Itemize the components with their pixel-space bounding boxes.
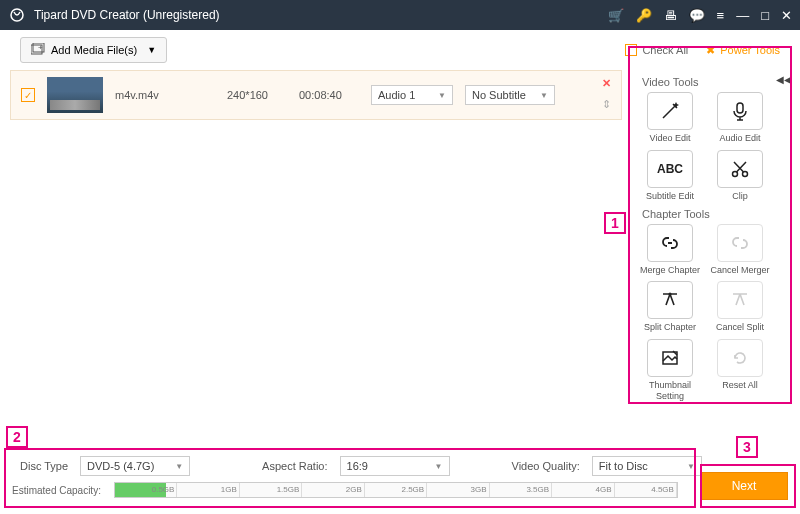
video-thumbnail: [47, 77, 103, 113]
chevron-down-icon: ▼: [147, 45, 156, 55]
capacity-label: Estimated Capacity:: [12, 485, 114, 496]
annotation-label-3: 3: [736, 436, 758, 458]
sort-icon[interactable]: ⇕: [602, 98, 611, 111]
next-button[interactable]: Next: [700, 472, 788, 500]
file-duration: 00:08:40: [299, 89, 359, 101]
app-logo-icon: [8, 6, 26, 24]
svg-point-5: [733, 171, 738, 176]
video-tools-title: Video Tools: [642, 76, 794, 88]
chapter-tools-title: Chapter Tools: [642, 208, 794, 220]
split-cancel-icon: [717, 281, 763, 319]
reset-icon: [717, 339, 763, 377]
link-icon: [647, 224, 693, 262]
collapse-panel-icon[interactable]: ◀◀: [776, 74, 792, 85]
chevron-down-icon: ▼: [687, 462, 695, 471]
add-media-icon: +: [31, 43, 45, 57]
print-icon[interactable]: 🖶: [664, 8, 677, 23]
file-name: m4v.m4v: [115, 89, 215, 101]
capacity-ticks: 0.5GB 1GB 1.5GB 2GB 2.5GB 3GB 3.5GB 4GB …: [115, 483, 677, 497]
chevron-down-icon: ▼: [540, 91, 548, 100]
scissors-icon: [717, 150, 763, 188]
remove-file-icon[interactable]: ✕: [602, 77, 611, 90]
disc-type-label: Disc Type: [20, 460, 68, 472]
image-icon: [647, 339, 693, 377]
merge-chapter-tool[interactable]: Merge Chapter: [638, 224, 702, 276]
bottom-bar: Disc Type DVD-5 (4.7G) ▼ Aspect Ratio: 1…: [0, 450, 800, 514]
wrench-icon: ✖: [706, 44, 715, 57]
window-title: Tipard DVD Creator (Unregistered): [34, 8, 608, 22]
add-media-button[interactable]: + Add Media File(s) ▼: [20, 37, 167, 63]
aspect-ratio-dropdown[interactable]: 16:9 ▼: [340, 456, 450, 476]
wand-icon: [647, 92, 693, 130]
subtitle-edit-tool[interactable]: ABC Subtitle Edit: [638, 150, 702, 202]
file-list: ✓ m4v.m4v 240*160 00:08:40 Audio 1 ▼ No …: [0, 70, 632, 450]
abc-icon: ABC: [647, 150, 693, 188]
disc-type-dropdown[interactable]: DVD-5 (4.7G) ▼: [80, 456, 190, 476]
annotation-label-2: 2: [6, 426, 28, 448]
video-quality-dropdown[interactable]: Fit to Disc ▼: [592, 456, 702, 476]
menu-icon[interactable]: ≡: [717, 8, 725, 23]
file-row[interactable]: ✓ m4v.m4v 240*160 00:08:40 Audio 1 ▼ No …: [10, 70, 622, 120]
key-icon[interactable]: 🔑: [636, 8, 652, 23]
mic-icon: [717, 92, 763, 130]
chevron-down-icon: ▼: [175, 462, 183, 471]
capacity-bar: 0.5GB 1GB 1.5GB 2GB 2.5GB 3GB 3.5GB 4GB …: [114, 482, 678, 498]
svg-point-7: [669, 293, 672, 296]
clip-tool[interactable]: Clip: [708, 150, 772, 202]
thumbnail-setting-tool[interactable]: Thumbnail Setting: [638, 339, 702, 400]
chevron-down-icon: ▼: [438, 91, 446, 100]
power-tools-label: Power Tools: [720, 44, 780, 56]
audio-edit-tool[interactable]: Audio Edit: [708, 92, 772, 144]
close-icon[interactable]: ✕: [781, 8, 792, 23]
annotation-label-1: 1: [604, 212, 626, 234]
subtitle-dropdown[interactable]: No Subtitle ▼: [465, 85, 555, 105]
reset-all-tool[interactable]: Reset All: [708, 339, 772, 400]
cart-icon[interactable]: 🛒: [608, 8, 624, 23]
power-tools-button[interactable]: ✖ Power Tools: [706, 44, 780, 57]
chat-icon[interactable]: 💬: [689, 8, 705, 23]
audio-selected: Audio 1: [378, 89, 415, 101]
cancel-merge-tool[interactable]: Cancel Merger: [708, 224, 772, 276]
aspect-label: Aspect Ratio:: [262, 460, 327, 472]
split-chapter-tool[interactable]: Split Chapter: [638, 281, 702, 333]
video-edit-tool[interactable]: Video Edit: [638, 92, 702, 144]
split-icon: [647, 281, 693, 319]
titlebar: Tipard DVD Creator (Unregistered) 🛒 🔑 🖶 …: [0, 0, 800, 30]
chevron-down-icon: ▼: [435, 462, 443, 471]
link-broken-icon: [717, 224, 763, 262]
quality-label: Video Quality:: [512, 460, 580, 472]
svg-rect-4: [737, 103, 743, 113]
add-media-label: Add Media File(s): [51, 44, 137, 56]
checkbox-icon: [625, 44, 637, 56]
cancel-split-tool[interactable]: Cancel Split: [708, 281, 772, 333]
file-checkbox[interactable]: ✓: [21, 88, 35, 102]
check-all-button[interactable]: Check All: [625, 44, 688, 56]
file-resolution: 240*160: [227, 89, 287, 101]
check-all-label: Check All: [642, 44, 688, 56]
svg-point-6: [743, 171, 748, 176]
audio-dropdown[interactable]: Audio 1 ▼: [371, 85, 453, 105]
side-panel: ◀◀ Video Tools Video Edit Audio Edit ABC…: [632, 70, 800, 450]
toolbar: + Add Media File(s) ▼ Check All ✖ Power …: [0, 30, 800, 70]
svg-text:+: +: [38, 43, 43, 52]
subtitle-selected: No Subtitle: [472, 89, 526, 101]
minimize-icon[interactable]: —: [736, 8, 749, 23]
maximize-icon[interactable]: □: [761, 8, 769, 23]
